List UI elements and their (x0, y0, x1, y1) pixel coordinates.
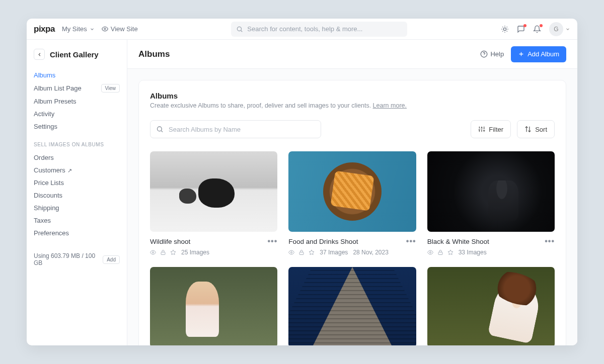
help-link[interactable]: Help (480, 50, 504, 58)
svg-marker-29 (171, 250, 176, 255)
album-meta: 33 Images (427, 249, 555, 256)
filter-button[interactable]: Filter (471, 120, 511, 138)
album-thumbnail[interactable] (150, 151, 277, 232)
album-meta: 25 Images (150, 249, 277, 256)
plus-icon (518, 51, 524, 57)
notification-dot (523, 24, 526, 27)
add-storage-button[interactable]: Add (103, 255, 120, 264)
sidebar-item-album-list-page[interactable]: Album List Page View (34, 81, 120, 95)
help-label: Help (490, 50, 504, 58)
search-icon (156, 126, 164, 133)
sidebar-item-label: Album List Page (34, 84, 82, 92)
album-count: 37 Images (320, 249, 348, 256)
eye-icon (427, 249, 433, 255)
sidebar-item-label: Preferences (34, 229, 69, 237)
chevron-down-icon (565, 27, 570, 32)
svg-point-27 (153, 252, 154, 253)
search-icon (236, 26, 243, 33)
sidebar-item-price-lists[interactable]: Price Lists (34, 176, 120, 189)
page-title: Albums (138, 49, 170, 59)
album-meta: 37 Images28 Nov, 2023 (288, 249, 416, 256)
album-card[interactable]: Black & White Shoot•••33 Images (427, 151, 555, 256)
album-card[interactable]: Food and Drinks Shoot•••37 Images28 Nov,… (288, 151, 416, 256)
album-more-button[interactable]: ••• (545, 237, 555, 246)
storage-usage: Using 603.79 MB / 100 GB Add (34, 252, 120, 266)
sort-button[interactable]: Sort (517, 120, 555, 138)
topbar-right: G (501, 22, 570, 36)
svg-line-2 (241, 30, 243, 32)
sidebar-item-preferences[interactable]: Preferences (34, 227, 120, 239)
panel-description: Create exclusive Albums to share, proof,… (150, 102, 555, 109)
album-card[interactable] (427, 267, 555, 345)
album-search-input[interactable] (150, 120, 321, 138)
eye-icon (150, 249, 156, 255)
svg-point-0 (104, 28, 106, 30)
album-thumbnail[interactable] (150, 267, 277, 345)
sidebar-item-label: Albums (34, 71, 55, 79)
global-search (231, 22, 407, 37)
sidebar-item-albums[interactable]: Albums (34, 69, 120, 81)
albums-panel: Albums Create exclusive Albums to share,… (138, 80, 566, 345)
notification-dot (540, 24, 543, 27)
svg-point-30 (291, 252, 292, 253)
view-site-link[interactable]: View Site (102, 25, 138, 33)
sidebar-item-taxes[interactable]: Taxes (34, 214, 120, 227)
announcements-button[interactable] (517, 25, 525, 33)
album-thumbnail[interactable] (288, 267, 416, 345)
my-sites-dropdown[interactable]: My Sites (62, 25, 95, 33)
view-badge[interactable]: View (101, 84, 120, 93)
sort-label: Sort (535, 126, 547, 133)
sidebar-item-label: Taxes (34, 217, 51, 224)
sidebar-section-sell: SELL IMAGES ON ALBUMS (34, 142, 120, 147)
add-album-button[interactable]: Add Album (511, 46, 566, 62)
topbar: pixpa My Sites View Site (27, 19, 577, 40)
svg-point-33 (429, 252, 431, 253)
back-button[interactable] (34, 49, 45, 60)
album-card[interactable]: Wildlife shoot•••25 Images (150, 151, 277, 256)
sidebar-item-discounts[interactable]: Discounts (34, 189, 120, 202)
learn-more-link[interactable]: Learn more. (373, 102, 407, 109)
sidebar-item-label: Orders (34, 154, 54, 161)
panel-title: Albums (150, 92, 555, 100)
album-thumbnail[interactable] (427, 151, 555, 232)
sidebar-item-label: Customers↗ (34, 166, 72, 174)
svg-point-3 (503, 28, 506, 30)
svg-rect-28 (161, 252, 165, 255)
album-name: Black & White Shoot (427, 238, 489, 245)
svg-marker-35 (448, 250, 453, 255)
svg-line-6 (502, 27, 503, 27)
main: Albums Help Add Album Albums Create excl… (127, 40, 577, 345)
album-card[interactable] (288, 267, 416, 345)
star-icon (309, 249, 315, 255)
sidebar: Client Gallery Albums Album List Page Vi… (27, 40, 127, 345)
sidebar-item-shipping[interactable]: Shipping (34, 202, 120, 214)
album-more-button[interactable]: ••• (268, 237, 278, 246)
eye-icon (102, 26, 108, 32)
star-icon (447, 249, 454, 255)
chevron-down-icon (90, 27, 95, 32)
album-more-button[interactable]: ••• (406, 237, 416, 246)
sidebar-item-orders[interactable]: Orders (34, 151, 120, 164)
notifications-button[interactable] (533, 25, 541, 33)
sidebar-item-customers[interactable]: Customers↗ (34, 164, 120, 176)
panel-toolbar: Filter Sort (150, 120, 555, 138)
account-menu[interactable]: G (549, 22, 570, 36)
sidebar-item-activity[interactable]: Activity (34, 108, 120, 120)
filter-label: Filter (489, 126, 503, 133)
sidebar-item-album-presets[interactable]: Album Presets (34, 95, 120, 108)
sort-icon (524, 126, 532, 133)
lock-icon (160, 249, 166, 255)
sidebar-item-settings[interactable]: Settings (34, 120, 120, 133)
page-header: Albums Help Add Album (127, 40, 577, 69)
svg-line-11 (507, 27, 507, 27)
album-thumbnail[interactable] (427, 267, 555, 345)
theme-toggle[interactable] (501, 25, 509, 33)
album-thumbnail[interactable] (288, 151, 416, 232)
album-card[interactable] (150, 267, 277, 345)
global-search-input[interactable] (231, 22, 407, 37)
body: Client Gallery Albums Album List Page Vi… (27, 40, 577, 345)
my-sites-label: My Sites (62, 25, 87, 33)
sidebar-item-label: Shipping (34, 204, 59, 212)
svg-line-7 (507, 31, 507, 31)
album-grid: Wildlife shoot•••25 ImagesFood and Drink… (150, 151, 555, 345)
